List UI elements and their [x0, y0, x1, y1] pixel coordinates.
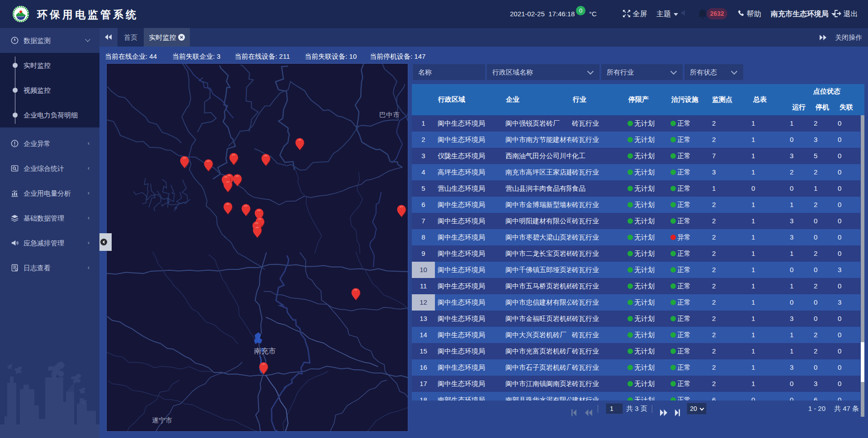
- svg-text:巴中市: 巴中市: [379, 111, 400, 118]
- svg-text:遂宁市: 遂宁市: [152, 416, 172, 424]
- svg-text:南充市: 南充市: [254, 347, 276, 355]
